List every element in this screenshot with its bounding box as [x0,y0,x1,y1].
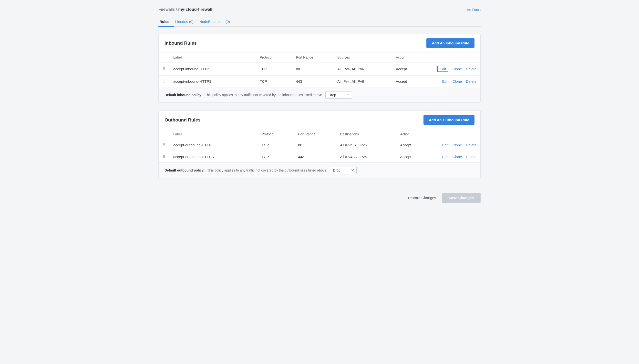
inbound-col-portrange: Port Range [292,52,333,62]
drag-handle: ⠿ [159,139,169,151]
outbound-row-portrange: 443 [294,151,336,163]
inbound-policy-row: Default inbound policy: This policy appl… [159,87,480,102]
tab-nodebalancers[interactable]: NodeBalancers (0) [198,17,235,27]
outbound-table-row: ⠿ accept-outbound-HTTPS TCP 443 All IPv4… [159,151,480,163]
breadcrumb: Firewalls / my-cloud-firewall [158,7,212,12]
tab-linodes[interactable]: Linodes (0) [174,17,198,27]
outbound-rules-table: Label Protocol Port Range Destinations A… [159,129,480,162]
outbound-col-portrange: Port Range [294,129,336,139]
inbound-row-portrange: 80 [292,62,333,76]
outbound-policy-select[interactable]: AcceptDrop [330,167,357,174]
outbound-col-label: Label [169,129,258,139]
save-changes-button[interactable]: Save Changes [442,193,481,203]
inbound-delete-button[interactable]: Delete [466,67,476,71]
inbound-rules-section: Inbound Rules Add An Inbound Rule Label … [158,34,481,103]
outbound-row-actions: Edit Clone Delete [438,139,480,151]
outbound-row-portrange: 80 [294,139,336,151]
drag-icon: ⠿ [163,155,166,159]
drag-icon: ⠿ [163,143,166,147]
outbound-delete-button[interactable]: Delete [466,143,476,147]
inbound-col-sources: Sources [333,52,392,62]
inbound-col-action: Action [392,52,433,62]
outbound-col-drag [159,129,169,139]
inbound-row-protocol: TCP [256,76,292,87]
outbound-row-destinations: All IPv4, All IPv6 [336,151,396,163]
outbound-delete-button[interactable]: Delete [466,155,476,159]
footer-actions: Discard Changes Save Changes [158,186,481,203]
outbound-table-header-row: Label Protocol Port Range Destinations A… [159,129,480,139]
inbound-delete-button[interactable]: Delete [466,79,476,84]
outbound-row-destinations: All IPv4, All IPv6 [336,139,396,151]
inbound-clone-button[interactable]: Clone [452,67,462,71]
inbound-row-actions: Edit Clone Delete [433,76,480,87]
inbound-col-label: Label [169,52,256,62]
outbound-row-protocol: TCP [258,139,294,151]
outbound-rules-section: Outbound Rules Add An Outbound Rule Labe… [158,110,481,178]
outbound-policy-row: Default outbound policy: This policy app… [159,162,480,178]
inbound-row-action: Accept [392,62,433,76]
outbound-rules-header: Outbound Rules Add An Outbound Rule [159,111,480,129]
inbound-edit-button[interactable]: Edit [437,66,449,72]
inbound-policy-select[interactable]: AcceptDrop [325,91,352,98]
inbound-table-row: ⠿ accept-inbound-HTTPS TCP 443 All IPv4,… [159,76,480,87]
docs-label: Docs [472,8,481,12]
inbound-row-actions: Edit Clone Delete [433,62,480,76]
outbound-table-row: ⠿ accept-outbound-HTTP TCP 80 All IPv4, … [159,139,480,151]
outbound-col-actions [438,129,480,139]
inbound-table-header-row: Label Protocol Port Range Sources Action [159,52,480,62]
inbound-row-portrange: 443 [292,76,333,87]
inbound-row-label: accept-inbound-HTTPS [169,76,256,87]
docs-link[interactable]: ☷ Docs [467,7,481,12]
outbound-policy-label: Default outbound policy: [165,168,205,172]
discard-changes-button[interactable]: Discard Changes [408,193,436,202]
outbound-col-action: Action [396,129,438,139]
outbound-clone-button[interactable]: Clone [452,155,462,159]
inbound-table-row: ⠿ accept-inbound-HTTP TCP 80 All IPv4, A… [159,62,480,76]
breadcrumb-row: Firewalls / my-cloud-firewall ☷ Docs [158,7,481,12]
inbound-row-protocol: TCP [256,62,292,76]
inbound-row-sources: All IPv4, All IPv6 [333,62,392,76]
drag-handle: ⠿ [159,62,169,76]
inbound-clone-button[interactable]: Clone [452,79,462,84]
drag-handle: ⠿ [159,76,169,87]
inbound-rules-title: Inbound Rules [165,40,197,46]
drag-icon: ⠿ [163,67,166,71]
inbound-policy-text: This policy applies to any traffic not c… [205,93,323,97]
breadcrumb-current: my-cloud-firewall [178,7,212,12]
breadcrumb-prefix: Firewalls / [158,7,177,12]
outbound-row-action: Accept [396,151,438,163]
tab-rules[interactable]: Rules [158,17,174,27]
outbound-row-label: accept-outbound-HTTP [169,139,258,151]
outbound-edit-button[interactable]: Edit [442,143,449,147]
inbound-policy-label: Default inbound policy: [165,93,203,97]
outbound-row-actions: Edit Clone Delete [438,151,480,163]
inbound-col-drag [159,52,169,62]
tabs-row: Rules Linodes (0) NodeBalancers (0) [158,17,481,27]
outbound-row-action: Accept [396,139,438,151]
outbound-clone-button[interactable]: Clone [452,143,462,147]
outbound-edit-button[interactable]: Edit [442,155,449,159]
drag-handle: ⠿ [159,151,169,163]
inbound-edit-button[interactable]: Edit [442,79,449,84]
inbound-row-action: Accept [392,76,433,87]
drag-icon: ⠿ [163,79,166,84]
inbound-col-protocol: Protocol [256,52,292,62]
inbound-rules-table: Label Protocol Port Range Sources Action… [159,52,480,87]
outbound-col-destinations: Destinations [336,129,396,139]
outbound-policy-text: This policy applies to any traffic not c… [207,168,327,172]
outbound-col-protocol: Protocol [258,129,294,139]
add-outbound-rule-button[interactable]: Add An Outbound Rule [423,115,474,125]
inbound-rules-header: Inbound Rules Add An Inbound Rule [159,34,480,52]
docs-icon: ☷ [467,7,471,12]
inbound-row-label: accept-inbound-HTTP [169,62,256,76]
outbound-row-protocol: TCP [258,151,294,163]
inbound-col-actions [433,52,480,62]
outbound-rules-title: Outbound Rules [165,117,201,123]
inbound-row-sources: All IPv4, All IPv6 [333,76,392,87]
outbound-row-label: accept-outbound-HTTPS [169,151,258,163]
add-inbound-rule-button[interactable]: Add An Inbound Rule [426,38,474,48]
